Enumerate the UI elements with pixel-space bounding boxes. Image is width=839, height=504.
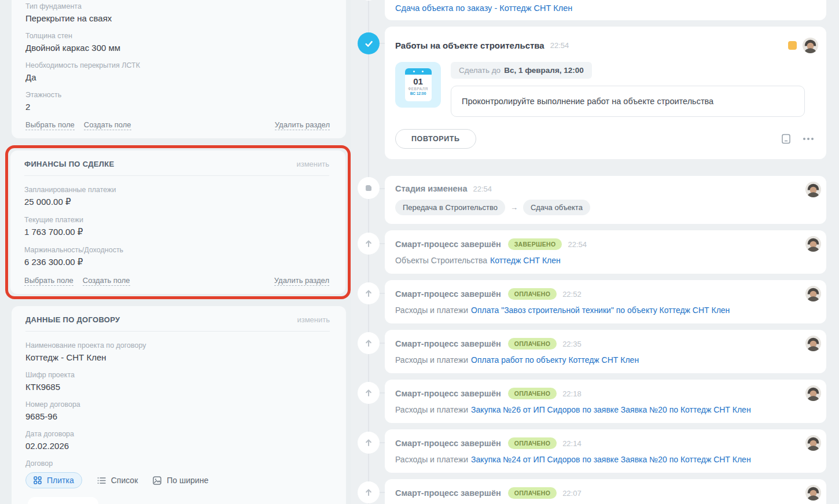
timeline-entry-smart-process: Смарт-процесс завершён ЗАВЕРШЕНО 22:54 О… (351, 230, 826, 274)
activity-check-icon (358, 32, 380, 54)
order-link[interactable]: Сдача объекта по заказу - Коттедж СНТ Кл… (395, 3, 572, 13)
status-badge: ЗАВЕРШЕНО (508, 238, 562, 250)
contract-file-tile[interactable] (28, 497, 98, 504)
detail-field: Этажность 2 (25, 91, 330, 112)
create-field-link[interactable]: Создать поле (83, 276, 130, 286)
avatar[interactable] (805, 485, 821, 501)
field-value: 25 000.00 ₽ (24, 197, 329, 207)
status-badge: ОПЛАЧЕНО (508, 437, 557, 449)
status-badge: ОПЛАЧЕНО (508, 288, 557, 300)
field-value: 1 763 700.00 ₽ (24, 227, 329, 237)
calendar-day: 01 (405, 76, 432, 87)
delete-section-link[interactable]: Удалить раздел (274, 276, 329, 286)
stage-change-icon (358, 177, 380, 199)
avatar[interactable] (805, 435, 821, 451)
field-label: Дата договора (25, 430, 330, 438)
field-label: Запланированные платежи (24, 186, 329, 194)
view-tile-button[interactable]: Плитка (25, 472, 82, 488)
field-label: Номер договора (25, 400, 330, 409)
event-type-label: Расходы и платежи (395, 455, 468, 464)
edit-section-link[interactable]: изменить (296, 160, 329, 168)
activity-title[interactable]: Работы на объекте строительства (395, 41, 544, 50)
event-item-link[interactable]: Коттедж СНТ Клен (490, 256, 561, 265)
repeat-button[interactable]: ПОВТОРИТЬ (395, 129, 476, 149)
field-label: Тип фундамента (25, 2, 330, 10)
divider (25, 331, 330, 332)
select-field-link[interactable]: Выбрать поле (24, 276, 73, 286)
event-item-link[interactable]: Закупка №26 от ИП Сидоров по заявке Заяв… (471, 405, 751, 414)
process-direction-icon (358, 382, 380, 404)
section-properties: Тип фундамента Перекрытие на сваях Толщи… (12, 0, 346, 138)
more-actions-icon[interactable] (803, 138, 814, 140)
field-label: Необходимость перекрытия ЛСТК (25, 61, 330, 69)
event-type-label: Расходы и платежи (395, 405, 468, 414)
timeline-entry-stage-change: Стадия изменена 22:54 Передача в Строите… (351, 176, 826, 224)
event-title: Смарт-процесс завершён (395, 240, 501, 249)
detail-field: Дата договора 02.02.2026 (25, 430, 330, 451)
stage-arrow-icon: → (510, 203, 518, 212)
section-contract: ДАННЫЕ ПО ДОГОВОРУ изменить Наименование… (12, 306, 346, 504)
process-direction-icon (358, 481, 380, 503)
field-value: 02.02.2026 (25, 441, 330, 451)
activity-description[interactable]: Проконтролируйте выполнение работ на объ… (451, 86, 805, 117)
detail-field: Запланированные платежи 25 000.00 ₽ (24, 186, 329, 207)
view-fit-width-button[interactable]: По ширине (153, 476, 208, 485)
avatar[interactable] (805, 286, 821, 301)
field-value: Двойной каркас 300 мм (25, 43, 330, 53)
field-label: Шифр проекта (25, 371, 330, 379)
timeline-entry-smart-process: Смарт-процесс завершён ОПЛАЧЕНО 22:52 Ра… (351, 280, 826, 323)
timeline-node-icon (358, 0, 380, 1)
view-list-label: Список (111, 476, 138, 485)
field-value: КТК9685 (25, 382, 330, 392)
event-item-link[interactable]: Оплата "Завоз строительной техники" по о… (471, 306, 730, 315)
image-icon (153, 476, 161, 485)
file-field-label: Договор (25, 459, 330, 468)
field-label: Маржинальность/Доходность (24, 246, 329, 254)
avatar[interactable] (805, 385, 821, 401)
divider (24, 175, 329, 176)
field-label: Текущие платежи (24, 216, 329, 224)
deadline-prefix: Сделать до (459, 66, 501, 75)
event-title: Смарт-процесс завершён (395, 488, 501, 498)
delete-section-link[interactable]: Удалить раздел (275, 120, 330, 130)
event-type-label: Расходы и платежи (395, 355, 468, 365)
event-item-link[interactable]: Закупка №24 от ИП Сидоров по заявке Заяв… (471, 455, 751, 464)
process-direction-icon (358, 282, 380, 304)
stage-change-title: Стадия изменена (395, 184, 467, 193)
event-time: 22:14 (562, 439, 582, 448)
timeline-entry-smart-process: Смарт-процесс завершён ОПЛАЧЕНО 22:35 Ра… (351, 330, 826, 373)
deadline-chip: Сделать до Вс, 1 февраля, 12:00 (451, 62, 592, 79)
finance-section-highlight-frame: ФИНАНСЫ ПО СДЕЛКЕ изменить Запланированн… (5, 145, 351, 299)
process-direction-icon (358, 332, 380, 354)
list-icon (97, 477, 106, 484)
status-badge: ОПЛАЧЕНО (508, 487, 557, 499)
process-direction-icon (358, 233, 380, 255)
detail-field: Тип фундамента Перекрытие на сваях (25, 2, 330, 23)
field-value: Да (25, 72, 330, 82)
event-time: 22:07 (562, 489, 582, 498)
avatar[interactable] (803, 38, 818, 53)
comment-icon[interactable] (781, 134, 792, 144)
avatar[interactable] (805, 182, 821, 197)
activity-time: 22:54 (550, 41, 569, 50)
avatar[interactable] (805, 336, 821, 351)
status-badge: ОПЛАЧЕНО (508, 388, 557, 399)
timeline-entry-smart-process: Смарт-процесс завершён ОПЛАЧЕНО 22:18 Ра… (351, 380, 826, 423)
view-list-button[interactable]: Список (97, 476, 138, 485)
create-field-link[interactable]: Создать поле (84, 120, 131, 130)
tile-grid-icon (34, 476, 42, 484)
stage-change-time: 22:54 (473, 185, 492, 193)
timeline-entry-smart-process: Смарт-процесс завершён ОПЛАЧЕНО 22:07 Ра… (351, 479, 826, 504)
section-title: ДАННЫЕ ПО ДОГОВОРУ (25, 315, 120, 324)
detail-field: Номер договора 9685-96 (25, 400, 330, 421)
edit-section-link[interactable]: изменить (297, 315, 330, 324)
select-field-link[interactable]: Выбрать поле (25, 120, 75, 130)
timeline-panel: Сдача объекта по заказу - Коттедж СНТ Кл… (351, 0, 839, 504)
event-item-link[interactable]: Оплата работ по объекту Коттедж СНТ Клен (471, 355, 639, 365)
section-title: ФИНАНСЫ ПО СДЕЛКЕ (24, 160, 114, 168)
detail-field: Необходимость перекрытия ЛСТК Да (25, 61, 330, 82)
field-value: Коттедж - СНТ Клен (25, 352, 330, 362)
process-direction-icon (358, 432, 380, 454)
calendar-header (405, 68, 432, 75)
avatar[interactable] (805, 236, 821, 252)
